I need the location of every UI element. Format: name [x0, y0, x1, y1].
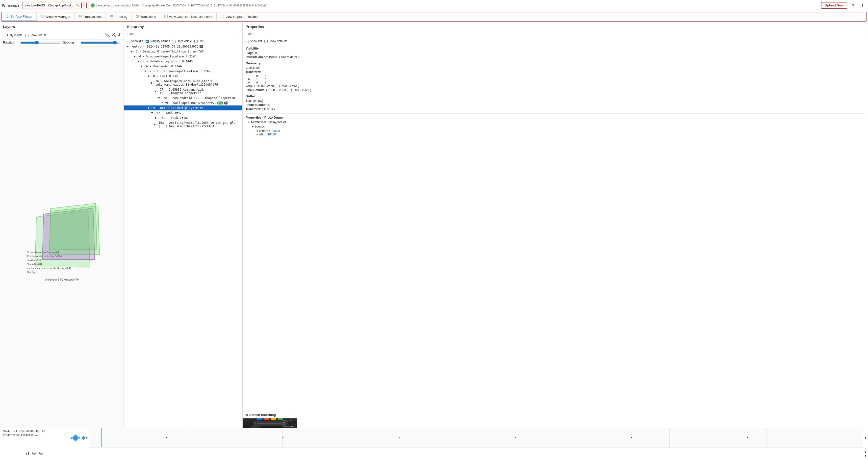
history-icon[interactable]: ↺ — [117, 32, 121, 38]
edit-icon[interactable]: ✏️ — [76, 4, 80, 7]
tab-transactions[interactable]: Transactions — [74, 12, 106, 21]
tree-expand-icon[interactable]: ▼ — [157, 96, 161, 100]
tree-expand-icon[interactable]: ▼ — [147, 106, 151, 110]
tree-item[interactable]: ▼☆77 - 1a05b19 com.android.(...).ImageWa… — [124, 87, 242, 96]
tree-item[interactable]: ▼☆9 - DefaultTaskDisplayArea#9 — [124, 105, 242, 111]
tree-star-icon[interactable]: ☆ — [154, 111, 156, 115]
tree-expand-icon[interactable]: ▼ — [126, 45, 130, 48]
layer-selector[interactable]: ▾ — [82, 436, 88, 440]
tree-expand-icon[interactable]: ▼ — [150, 111, 154, 115]
visibility-flags: Flags: 0 — [246, 51, 865, 55]
scroll-down-bottom-icon[interactable]: ▼ — [864, 454, 867, 457]
tree-item-label: 163 - ActivityRecord{16e9053 u0 com.goo … — [158, 121, 242, 128]
svg-rect-2 — [41, 16, 43, 16]
upload-button[interactable]: Upload New — [821, 2, 847, 9]
tree-item[interactable]: ▼☆78 - com.android.(...).ImageWallpaper#… — [124, 96, 242, 100]
show-virtual-checkbox[interactable]: Show virtual — [25, 33, 45, 37]
tree-star-icon[interactable]: ☆ — [161, 96, 163, 100]
download-icon[interactable]: ⬇ — [81, 3, 87, 8]
tree-star-icon[interactable]: ☆ — [157, 116, 159, 120]
tab-label-view-capture-taskbar: View Capture - Taskbar — [225, 15, 259, 19]
tree-star-icon[interactable]: ☆ — [130, 45, 131, 48]
zoom-in-icon[interactable]: 🔍 — [105, 32, 110, 38]
tab-icon-protolog — [110, 14, 113, 19]
tree-expand-icon[interactable]: ▼ — [143, 69, 147, 73]
tree-star-icon[interactable]: ☆ — [156, 123, 158, 126]
hierarchy-filter-input[interactable] — [127, 31, 239, 37]
tree-item-label: 77 - 1a05b19 com.android.(...).ImageWall… — [160, 88, 242, 95]
tree-expand-icon[interactable]: ▼ — [129, 50, 133, 53]
tree-star-icon[interactable]: ☆ — [147, 69, 149, 73]
proto-left-value: -16000 — [267, 133, 276, 136]
tree-item-label: 3 - Display 0 name="Built-in Screen"#3 — [136, 50, 204, 53]
tab-surface-flinger[interactable]: Surface Flinger — [2, 12, 37, 21]
tree-star-icon[interactable]: ☆ — [133, 50, 135, 53]
tree-star-icon[interactable]: ☆ — [140, 60, 142, 63]
timeline: 2024-01-11T05:58:06.3431401 170495268634… — [0, 428, 868, 460]
scroll-up-icon[interactable]: ▲ — [864, 436, 867, 440]
svg-rect-3 — [41, 17, 42, 17]
tree-item[interactable]: •79 - Wallpaper BBQ wrapper#79GPUV — [124, 100, 242, 105]
rotation-slider[interactable] — [20, 40, 61, 44]
tree-item[interactable]: ▼☆7 - FullscreenMagnification:0:12#7 — [124, 69, 242, 74]
rotation-row: Rotation Spacing — [0, 40, 124, 45]
tree-item[interactable]: ▼☆3 - Display 0 name="Built-in Screen"#3 — [124, 49, 242, 54]
tree-star-icon[interactable]: ☆ — [144, 65, 145, 68]
tree-star-icon[interactable]: ☆ — [157, 90, 159, 93]
tree-item[interactable]: ▼☆162 - Task=7#162 — [124, 115, 242, 120]
tree-item-label: 47 - Task=1#47 — [156, 111, 182, 115]
tree-expand-icon[interactable]: ▼ — [136, 60, 140, 63]
tree-item[interactable]: ▼☆8 - Leaf:0:1#8 — [124, 74, 242, 79]
zoom-in-timeline-icon[interactable] — [32, 451, 36, 457]
tree-item[interactable]: ▼☆163 - ActivityRecord{16e9053 u0 com.go… — [124, 120, 242, 129]
hierarchy-simplify-names[interactable]: Simplify names — [146, 39, 170, 43]
tree-expand-icon[interactable]: ▼ — [154, 116, 157, 120]
tree-item[interactable]: ▼☆6 - OneHanded:0:14#6 — [124, 64, 242, 69]
svg-rect-1 — [41, 15, 44, 18]
tree-item[interactable]: ▼☆47 - Task=1#47 — [124, 111, 242, 115]
properties-filter-input[interactable] — [246, 31, 865, 37]
tab-label-transactions: Transactions — [83, 15, 101, 19]
tree-expand-icon[interactable]: ▼ — [154, 123, 156, 126]
properties-show-defaults[interactable]: Show defaults — [265, 39, 287, 43]
tab-view-capture-nexuslauncher[interactable]: View Capture - Nexuslauncher — [160, 12, 217, 21]
hierarchy-show-diff[interactable]: Show diff — [127, 39, 143, 43]
timeline-track[interactable] — [89, 428, 863, 448]
tree-expand-icon[interactable]: ▼ — [154, 90, 157, 93]
scroll-up-bottom-icon[interactable]: ▲ — [864, 450, 867, 453]
tree-expand-icon[interactable]: ▼ — [133, 55, 137, 58]
tree-item[interactable]: ▼☆entry - 2024-01-11T05:59:29.690925056V — [124, 44, 242, 49]
tree-item[interactable]: ▼☆4 - WindowedMagnification:0:31#4 — [124, 54, 242, 59]
top-bar-right: Upload New ⚙ ⋮ — [821, 2, 866, 9]
tab-protolog[interactable]: ProtoLog — [106, 12, 132, 21]
tree-star-icon[interactable]: ☆ — [151, 106, 152, 110]
tree-expand-icon[interactable]: ▼ — [150, 81, 153, 85]
zoom-out-icon[interactable] — [112, 32, 116, 38]
properties-show-diff[interactable]: Show diff — [246, 39, 262, 43]
tab-transitions[interactable]: Transitions — [132, 12, 160, 21]
zoom-out-timeline-icon[interactable] — [39, 451, 43, 457]
settings-icon[interactable]: ⚙ — [849, 2, 857, 9]
tab-view-capture-taskbar[interactable]: View Capture - Taskbar — [217, 12, 263, 21]
tree-star-icon[interactable]: ☆ — [153, 81, 154, 85]
tree-star-icon[interactable]: ☆ — [137, 55, 138, 58]
chevron-down-icon[interactable]: ▾ — [86, 436, 88, 440]
properties-panel: Properties Show diff Show defaults Visib… — [243, 23, 868, 428]
spacing-slider[interactable] — [81, 40, 121, 44]
tab-window-manager[interactable]: Window Manager — [37, 12, 74, 21]
hierarchy-only-visible[interactable]: Only visible — [173, 39, 192, 43]
tree-expand-icon[interactable]: ▼ — [140, 65, 144, 68]
app-logo: Winscope — [2, 3, 20, 7]
minimize-icon[interactable]: — — [291, 413, 294, 417]
reset-icon[interactable]: ↺ — [26, 451, 29, 457]
tree-item[interactable]: ▼☆5 - HideDisplayCutout:0:14#5 — [124, 59, 242, 64]
tree-item[interactable]: ▼☆76 - WallpaperWindowToken{afd27e8 toke… — [124, 79, 242, 87]
nav-next-icon[interactable]: › — [79, 436, 80, 440]
tree-star-icon[interactable]: ☆ — [151, 74, 152, 78]
tree-expand-icon[interactable]: ▼ — [147, 74, 151, 78]
timeline-marker[interactable] — [72, 434, 79, 441]
hierarchy-flat[interactable]: Flat — [194, 39, 204, 43]
only-visible-checkbox[interactable]: Only visible — [3, 33, 22, 37]
menu-icon[interactable]: ⋮ — [859, 2, 866, 9]
tab-label-surface-flinger: Surface Flinger — [11, 14, 32, 18]
